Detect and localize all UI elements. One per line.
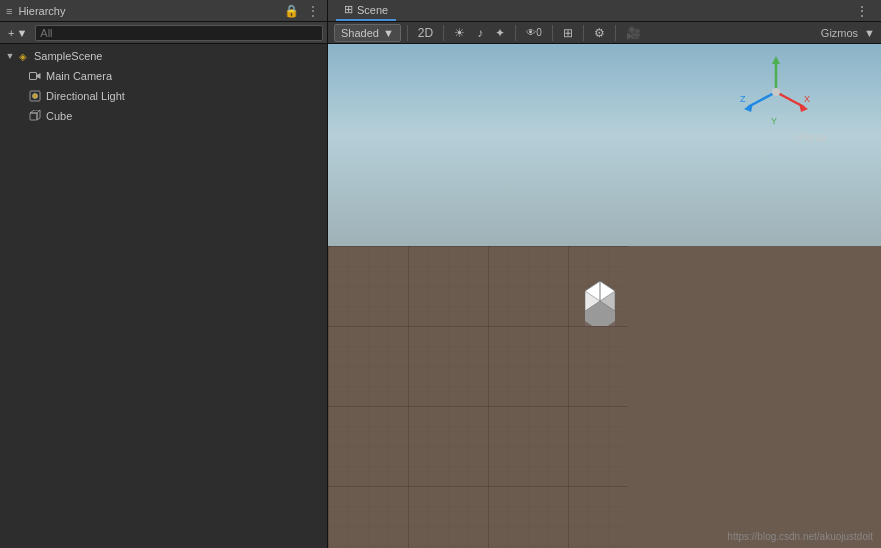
cube-label: Cube xyxy=(46,110,72,122)
scene-header: ⊞ Scene ⋮ xyxy=(328,0,881,22)
hierarchy-header-left: ≡ Hierarchy xyxy=(6,5,66,17)
hierarchy-toolbar: + ▼ xyxy=(0,22,327,44)
gizmos-label: Gizmos xyxy=(821,27,858,39)
svg-marker-19 xyxy=(772,56,780,64)
scene-overlay-icon: ⊞ xyxy=(563,26,573,40)
scene-canvas: Y X Z ◁Persp https://blog.csdn.net/akuoj… xyxy=(328,44,881,548)
toolbar-separator-1 xyxy=(407,25,408,41)
overlay-count: 0 xyxy=(536,27,542,38)
shading-mode-dropdown[interactable]: Shaded ▼ xyxy=(334,24,401,42)
hierarchy-more-button[interactable]: ⋮ xyxy=(305,4,321,18)
scene-overlay-button[interactable]: ⊞ xyxy=(559,24,577,42)
camera-icon xyxy=(28,69,42,83)
scene-camera-icon: 🎥 xyxy=(626,26,641,40)
audio-icon: ♪ xyxy=(477,26,483,40)
collapse-arrow-icon: ▼ xyxy=(4,51,16,61)
hierarchy-icon: ≡ xyxy=(6,5,12,17)
scene-camera-overlay-button[interactable]: 👁 0 xyxy=(522,24,546,42)
svg-line-5 xyxy=(37,110,40,113)
hierarchy-item-cube[interactable]: Cube xyxy=(0,106,327,126)
scene-tools-button[interactable]: ⚙ xyxy=(590,24,609,42)
svg-text:Z: Z xyxy=(740,94,746,104)
hierarchy-item-main-camera[interactable]: Main Camera xyxy=(0,66,327,86)
cube-icon xyxy=(28,109,42,123)
add-plus-icon: + xyxy=(8,27,14,39)
directional-light-label: Directional Light xyxy=(46,90,125,102)
hierarchy-panel: ≡ Hierarchy 🔒 ⋮ + ▼ ▼ ◈ SampleScene ⋮ xyxy=(0,0,328,548)
persp-label: ◁Persp xyxy=(792,132,826,143)
scene-view: Y X Z ◁Persp https://blog.csdn.net/akuoj… xyxy=(328,44,881,548)
2d-mode-button[interactable]: 2D xyxy=(414,24,437,42)
hierarchy-lock-button[interactable]: 🔒 xyxy=(282,4,301,18)
hierarchy-content: ▼ ◈ SampleScene ⋮ Main Camera xyxy=(0,44,327,548)
scene-name-label: SampleScene xyxy=(34,50,103,62)
gizmos-arrow-icon: ▼ xyxy=(864,27,875,39)
main-camera-label: Main Camera xyxy=(46,70,112,82)
audio-button[interactable]: ♪ xyxy=(473,24,487,42)
svg-rect-4 xyxy=(30,113,37,120)
scene-tab-icon: ⊞ xyxy=(344,3,353,16)
toolbar-separator-5 xyxy=(583,25,584,41)
lighting-button[interactable]: ☀ xyxy=(450,24,469,42)
scene-panel: ⊞ Scene ⋮ Shaded ▼ 2D ☀ ♪ xyxy=(328,0,881,548)
scene-tab[interactable]: ⊞ Scene xyxy=(336,0,396,21)
hierarchy-search-input[interactable] xyxy=(35,25,323,41)
effects-icon: ✦ xyxy=(495,26,505,40)
hierarchy-add-button[interactable]: + ▼ xyxy=(4,27,31,39)
toolbar-separator-3 xyxy=(515,25,516,41)
watermark: https://blog.csdn.net/akuojustdoit xyxy=(727,531,873,542)
scene-tab-label: Scene xyxy=(357,4,388,16)
scene-icon: ◈ xyxy=(16,49,30,63)
2d-label: 2D xyxy=(418,26,433,40)
svg-marker-23 xyxy=(744,103,753,112)
hierarchy-header-icons: 🔒 ⋮ xyxy=(282,4,321,18)
add-arrow-icon: ▼ xyxy=(16,27,27,39)
scene-tools-icon: ⚙ xyxy=(594,26,605,40)
effects-button[interactable]: ✦ xyxy=(491,24,509,42)
toolbar-separator-6 xyxy=(615,25,616,41)
shading-mode-arrow-icon: ▼ xyxy=(383,27,394,39)
toolbar-separator-4 xyxy=(552,25,553,41)
svg-marker-21 xyxy=(799,103,808,112)
hierarchy-item-samplescene[interactable]: ▼ ◈ SampleScene ⋮ xyxy=(0,46,327,66)
svg-marker-1 xyxy=(37,73,41,79)
scene-toolbar: Shaded ▼ 2D ☀ ♪ ✦ 👁 0 xyxy=(328,22,881,44)
shading-mode-label: Shaded xyxy=(341,27,379,39)
overlay-eye-icon: 👁 xyxy=(526,27,536,38)
hierarchy-item-directional-light[interactable]: Directional Light xyxy=(0,86,327,106)
scene-cube-object xyxy=(575,276,625,326)
scene-header-right: ⋮ xyxy=(851,3,873,19)
gizmo-widget[interactable]: Y X Z xyxy=(736,52,816,132)
svg-rect-0 xyxy=(30,73,37,80)
lighting-icon: ☀ xyxy=(454,26,465,40)
hierarchy-header: ≡ Hierarchy 🔒 ⋮ xyxy=(0,0,327,22)
svg-text:X: X xyxy=(804,94,810,104)
light-icon xyxy=(28,89,42,103)
svg-point-24 xyxy=(772,88,780,96)
toolbar-separator-2 xyxy=(443,25,444,41)
svg-point-3 xyxy=(33,94,38,99)
scene-header-more-button[interactable]: ⋮ xyxy=(851,3,873,19)
hierarchy-title: Hierarchy xyxy=(18,5,65,17)
svg-text:Y: Y xyxy=(771,116,777,126)
scene-camera-button[interactable]: 🎥 xyxy=(622,24,645,42)
